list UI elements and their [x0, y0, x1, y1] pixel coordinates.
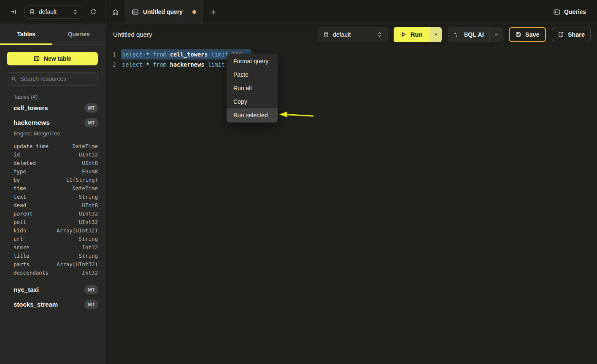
editor-context-menu: Format query Paste Run all Copy Run sele… [227, 54, 278, 123]
column-name: id [14, 151, 79, 158]
refresh-icon [90, 8, 97, 15]
column-name: kids [14, 227, 57, 234]
home-icon [112, 8, 119, 16]
column-name: poll [14, 219, 79, 225]
engine-badge: MT [84, 285, 98, 294]
column-type: String [79, 236, 98, 242]
column-name: by [14, 177, 66, 183]
column-row: idUInt32 [0, 150, 105, 159]
sql-ai-options-button[interactable] [490, 27, 503, 42]
context-menu-item-run-selected[interactable]: Run selected [227, 108, 278, 122]
sidebar-tabs: Tables Queries [0, 24, 105, 45]
column-name: score [14, 244, 82, 251]
table-name: hackernews [14, 119, 84, 126]
terminal-icon [132, 8, 139, 16]
sidebar: Tables Queries New table Tables (4) cell… [0, 24, 105, 364]
column-list: update_timeDateTime idUInt32 deletedUInt… [0, 139, 105, 278]
refresh-button[interactable] [87, 6, 99, 18]
topbar-left-section: default [0, 0, 105, 24]
database-selector[interactable]: default [318, 27, 388, 42]
collapse-sidebar-button[interactable] [8, 6, 19, 18]
tab-title: Untitled query [143, 8, 188, 15]
database-selector[interactable]: default [24, 5, 82, 19]
column-type: Int32 [82, 270, 98, 276]
query-title: Untitled query [113, 31, 152, 38]
save-icon [515, 31, 521, 38]
sql-ai-split-button: SQL AI [448, 27, 503, 42]
query-toolbar: Untitled query default Run SQL AI [105, 24, 597, 45]
column-type: String [79, 194, 98, 200]
new-tab-button[interactable] [203, 0, 224, 24]
tables-section-header: Tables (4) [14, 94, 98, 100]
column-row: parentUInt32 [0, 209, 105, 218]
column-name: text [14, 194, 79, 200]
chevron-down-icon [434, 32, 438, 37]
column-row: urlString [0, 235, 105, 243]
context-menu-item-run-all[interactable]: Run all [227, 81, 278, 95]
run-options-button[interactable] [430, 27, 442, 42]
column-type: Array(UInt32) [57, 261, 98, 267]
column-type: UInt8 [82, 160, 98, 166]
column-row: partsArray(UInt32) [0, 260, 105, 268]
column-name: update_time [14, 143, 73, 149]
chevron-down-icon [494, 32, 499, 37]
column-type: UInt32 [79, 151, 98, 158]
column-row: scoreInt32 [0, 243, 105, 251]
tab-untitled-query[interactable]: Untitled query [125, 0, 203, 24]
database-icon [29, 9, 35, 15]
engine-badge: MT [84, 103, 98, 113]
column-row: deadUInt8 [0, 201, 105, 209]
unsaved-indicator-dot [192, 10, 196, 14]
database-selector-value: default [333, 31, 373, 38]
column-name: parts [14, 261, 57, 267]
save-button[interactable]: Save [509, 27, 546, 42]
search-resources-box[interactable] [7, 72, 98, 86]
share-icon [558, 31, 564, 38]
context-menu-item-copy[interactable]: Copy [227, 95, 278, 108]
context-menu-item-paste[interactable]: Paste [227, 68, 278, 81]
sidebar-tab-tables[interactable]: Tables [0, 24, 53, 44]
topbar-right-section: Queries [553, 0, 597, 24]
table-row-stocks-stream[interactable]: stocks_stream MT [0, 297, 105, 311]
engine-label: Engine: MergeTree [0, 129, 105, 139]
column-type: UInt32 [79, 210, 98, 217]
updown-chevrons-icon [73, 9, 78, 15]
column-type: DateTime [73, 185, 98, 191]
column-row: titleString [0, 251, 105, 260]
context-menu-item-format-query[interactable]: Format query [227, 54, 278, 68]
engine-badge: MT [84, 118, 98, 127]
search-resources-input[interactable] [20, 75, 93, 82]
play-icon [400, 31, 407, 38]
column-row: descendantsInt32 [0, 268, 105, 277]
column-row: typeEnum8 [0, 167, 105, 175]
sql-editor[interactable]: 1 select*fromcell_towerslimit100 2 selec… [106, 45, 597, 364]
new-table-button-label: New table [44, 55, 71, 62]
sql-ai-button[interactable]: SQL AI [448, 27, 490, 42]
column-type: LC(String) [66, 177, 98, 183]
share-button-label: Share [568, 31, 585, 38]
table-name: stocks_stream [14, 301, 84, 308]
table-row-cell-towers[interactable]: cell_towers MT [0, 101, 105, 115]
new-table-button[interactable]: New table [7, 52, 98, 65]
queries-button-label: Queries [564, 8, 586, 15]
column-name: deleted [14, 160, 82, 166]
column-name: descendants [14, 270, 82, 276]
column-name: url [14, 236, 79, 242]
home-button[interactable] [105, 0, 125, 24]
plus-icon [210, 9, 216, 15]
run-split-button: Run [394, 27, 442, 42]
column-type: UInt8 [82, 202, 98, 208]
run-button[interactable]: Run [394, 27, 430, 42]
column-row: textString [0, 192, 105, 201]
share-button[interactable]: Share [552, 27, 591, 42]
sidebar-tab-queries[interactable]: Queries [53, 24, 105, 44]
column-row: timeDateTime [0, 184, 105, 192]
table-row-hackernews[interactable]: hackernews MT [0, 116, 105, 129]
column-type: UInt32 [79, 219, 98, 225]
column-type: Enum8 [82, 168, 98, 175]
queries-button[interactable]: Queries [553, 8, 586, 16]
column-name: type [14, 168, 82, 175]
database-selector-value: default [39, 8, 69, 15]
table-row-nyc-taxi[interactable]: nyc_taxi MT [0, 283, 105, 297]
save-button-label: Save [525, 31, 540, 38]
